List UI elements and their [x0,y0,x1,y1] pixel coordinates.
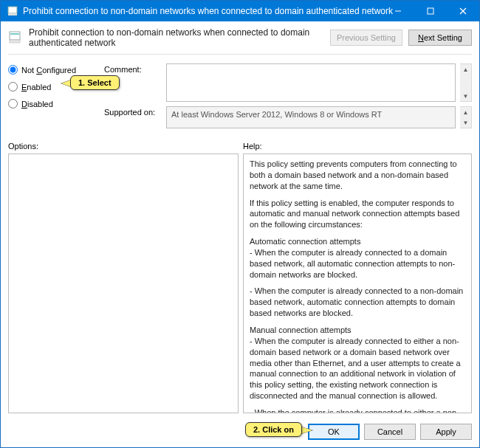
separator [8,54,472,55]
radio-disabled-label: Disabled [21,100,53,108]
supported-on-value: At least Windows Server 2012, Windows 8 … [166,106,456,128]
cancel-button[interactable]: Cancel [364,424,416,440]
previous-setting-button: Previous Setting [330,30,402,46]
help-paragraph: If this policy setting is enabled, the c… [250,198,465,231]
help-label: Help: [243,142,472,151]
maximize-button[interactable] [414,1,447,21]
next-setting-button[interactable]: Next Setting [408,30,472,46]
scroll-up-icon[interactable]: ▲ [460,64,471,75]
ok-button[interactable]: OK [308,424,360,440]
panes: This policy setting prevents computers f… [1,154,479,418]
scroll-up-icon[interactable]: ▲ [460,107,471,117]
annotation-step2: 2. Click on [245,422,302,437]
footer: 2. Click on OK Cancel Apply [1,418,479,447]
policy-icon [7,5,18,17]
help-paragraph: - When the computer is already connected… [250,247,465,280]
policy-title: Prohibit connection to non-domain networ… [29,27,324,48]
apply-button[interactable]: Apply [420,424,472,440]
help-paragraph: This policy setting prevents computers f… [250,159,465,192]
svg-rect-8 [10,40,20,43]
comment-scrollbar[interactable]: ▲ ▼ [460,63,472,102]
help-section-title: Manual connection attempts [250,325,465,336]
svg-rect-6 [10,32,20,40]
help-paragraph: - When the computer is already connected… [250,286,465,319]
policy-large-icon [8,30,23,45]
radio-not-configured-input[interactable] [8,65,18,75]
comment-textarea[interactable] [166,63,456,102]
window-controls [382,1,479,21]
dialog-window: Prohibit connection to non-domain networ… [0,0,480,448]
help-section-title: Automatic connection attempts [250,236,465,247]
minimize-button[interactable] [382,1,414,21]
radio-disabled[interactable]: Disabled [8,99,97,108]
radio-not-configured[interactable]: Not Configured [8,65,97,75]
help-paragraph: - When the computer is already connected… [250,336,465,402]
supported-scrollbar[interactable]: ▲ ▼ [460,106,472,128]
radio-enabled-input[interactable] [8,82,18,92]
title-bar[interactable]: Prohibit connection to non-domain networ… [1,1,479,21]
radio-enabled-label: Enabled [21,83,51,92]
svg-rect-0 [8,7,17,13]
options-label: Options: [8,142,243,151]
options-pane [8,154,239,413]
comment-row: Comment: ▲ ▼ [104,63,472,102]
help-paragraph: - When the computer is already connected… [250,407,465,413]
svg-rect-7 [10,33,19,35]
window-title: Prohibit connection to non-domain networ… [23,6,393,16]
fields-column: Comment: ▲ ▼ Supported on: At least Wind… [104,63,472,128]
mid-labels: Options: Help: [1,131,479,154]
help-pane[interactable]: This policy setting prevents computers f… [243,154,472,413]
close-button[interactable] [447,1,479,21]
state-radio-group: Not Configured Enabled Disabled 1. Selec… [8,63,97,128]
supported-label: Supported on: [104,106,162,128]
scroll-down-icon[interactable]: ▼ [460,117,471,128]
radio-disabled-input[interactable] [8,99,18,108]
radio-not-configured-label: Not Configured [21,66,76,75]
supported-row: Supported on: At least Windows Server 20… [104,106,472,128]
header-row: Prohibit connection to non-domain networ… [1,21,479,51]
svg-rect-1 [8,13,17,15]
annotation-step1: 1. Select [70,75,120,90]
scroll-down-icon[interactable]: ▼ [460,91,471,101]
svg-rect-3 [428,8,433,14]
config-area: Not Configured Enabled Disabled 1. Selec… [1,59,479,131]
annotation-arrow-icon [301,427,312,434]
